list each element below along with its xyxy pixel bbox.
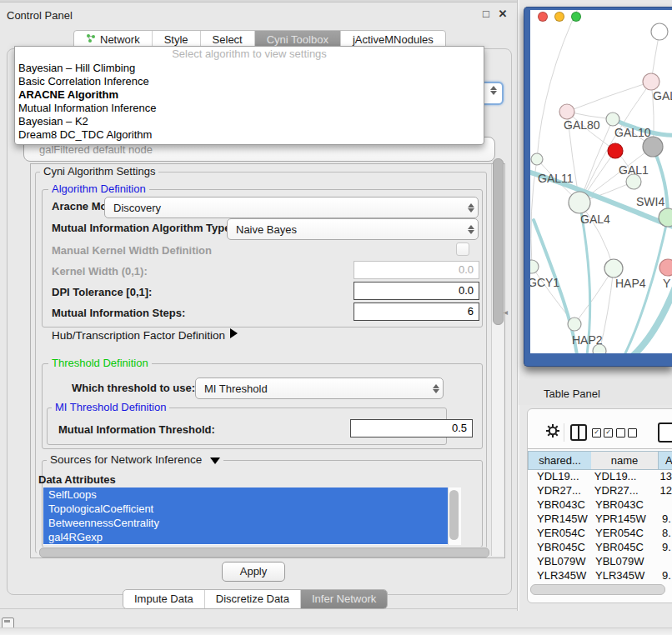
table-row[interactable]: YLR345WYLR345W9. [528,568,672,582]
network-node[interactable] [659,208,672,227]
algorithm-definition-title: Algorithm Definition [48,183,149,195]
table-cell: YDL19... [589,469,656,483]
algorithm-option-4[interactable]: Bayesian – K2 [15,115,484,128]
network-node[interactable] [643,137,663,157]
algorithm-option-5[interactable]: Dream8 DC_TDC Algorithm [15,128,484,142]
tab-impute-data[interactable]: Impute Data [123,590,204,608]
attribute-item-0[interactable]: SelfLoops [43,488,461,502]
settings-scrollbar-thumb[interactable] [493,158,504,325]
cyni-algorithm-settings-title: Cyni Algorithm Settings [40,166,158,178]
hub-definition-expand-icon[interactable] [230,328,238,338]
network-node-hap2[interactable] [568,318,581,331]
table-row[interactable]: YBR043CYBR043C [528,498,672,512]
table-row[interactable]: YER054CYER054C8. [528,526,672,540]
kernel-width-field[interactable]: 0.0 [354,261,479,279]
tab-discretize-data[interactable]: Discretize Data [204,590,300,608]
select-all-icon[interactable]: ✓✓ [592,428,613,438]
algorithm-option-2[interactable]: ARACNE Algorithm [15,88,484,102]
panel-divider-highlight [518,0,519,611]
table-row[interactable]: YDR27...YDR27...12 [528,483,672,498]
table-row[interactable]: YBR045CYBR045C9. [528,540,672,554]
float-panel-icon[interactable]: □ [479,8,493,21]
aracne-mode-combobox[interactable]: Discovery [104,197,479,218]
mi-type-combobox[interactable]: Naive Bayes [227,218,479,240]
splitter-collapse-icon[interactable]: ◂ [504,308,508,317]
network-node[interactable] [651,23,668,40]
network-edge[interactable] [567,82,651,112]
network-node[interactable] [608,143,623,158]
table-cell: YDR27... [528,483,589,498]
minimize-window-icon[interactable] [554,12,564,22]
mi-type-value: Naive Bayes [228,223,464,236]
node-table[interactable]: YDL19...YDL19...13YDR27...YDR27...12YBR0… [528,469,672,583]
column-header-clipped[interactable]: A [659,451,672,470]
table-row[interactable]: YBL079WYBL079W [528,554,672,568]
node-label-gal80: GAL80 [564,118,600,132]
table-row[interactable]: YPR145WYPR145W9. [528,512,672,526]
table-cell: YDR27... [589,483,656,498]
table-hscrollbar-thumb[interactable] [530,584,665,595]
apply-button[interactable]: Apply [222,562,285,582]
network-node-gal80[interactable] [559,104,574,119]
network-node-hap4[interactable] [604,259,623,278]
network-node-gal11[interactable] [531,153,543,165]
node-label-gal10: GAL10 [614,126,651,139]
mi-threshold-label: Mutual Information Threshold: [58,423,215,436]
kernel-width-label: Kernel Width (0,1): [52,265,148,278]
close-panel-icon[interactable]: ✕ [496,8,509,21]
tab-infer-network[interactable]: Infer Network [300,590,387,608]
column-header-name[interactable]: name [591,451,659,470]
attributes-scrollbar-thumb[interactable] [449,490,459,540]
table-row[interactable]: YDL19...YDL19...13 [528,469,672,483]
table-row[interactable]: YIL052CYIL052C0. [528,582,672,583]
close-window-icon[interactable] [538,12,548,22]
table-cell: YER054C [590,526,658,540]
dpi-tolerance-field[interactable]: 0.0 [354,282,479,300]
table-cell: YBR045C [590,540,658,554]
split-columns-icon[interactable] [570,424,587,441]
table-header-topline [528,448,672,449]
node-label-swi4: SWI4 [636,195,664,208]
stepper-down-icon [490,91,497,95]
data-attributes-list[interactable]: SelfLoopsTopologicalCoefficientBetweenne… [43,488,461,545]
attribute-item-3[interactable]: gal4RGexp [43,530,461,544]
column-header-shared-name[interactable]: shared... [528,451,592,470]
algorithm-option-1[interactable]: Basic Correlation Inference [15,75,484,88]
table-cell: YBR043C [590,498,658,512]
network-edge[interactable] [537,10,580,159]
attribute-item-2[interactable]: BetweennessCentrality [43,516,461,530]
network-canvas[interactable]: GALGAL80GAL10GAL11GAL1SWI4GAL4GCY1HAP4YH… [530,10,672,353]
node-label-gal11: GAL11 [538,172,574,185]
settings-hscrollbar-thumb[interactable] [39,548,489,558]
algorithm-option-0[interactable]: Bayesian – Hill Climbing [15,62,484,75]
aracne-mode-value: Discovery [105,202,464,214]
algorithm-option-3[interactable]: Mutual Information Inference [15,102,484,115]
zoom-window-icon[interactable] [571,12,581,22]
network-edge[interactable] [574,268,614,324]
hub-definition-label: Hub/Transcription Factor Definition [52,329,225,342]
attribute-item-1[interactable]: TopologicalCoefficient [43,502,461,516]
stepper-up-icon [490,86,497,90]
new-table-icon[interactable] [658,422,672,442]
mi-steps-label: Mutual Information Steps: [52,307,185,319]
node-label-gal1: GAL1 [619,163,649,177]
network-node-gal10[interactable] [606,112,619,126]
gear-icon[interactable] [545,423,560,441]
sources-title: Sources for Network Inference [47,454,223,466]
manual-kernel-label: Manual Kernel Width Definition [52,244,212,257]
table-cell: YER054C [528,526,590,540]
network-node[interactable] [593,344,606,353]
deselect-all-icon[interactable] [616,428,637,438]
mi-threshold-field[interactable]: 0.5 [350,419,473,438]
mi-steps-field[interactable]: 6 [354,302,479,321]
which-threshold-combobox[interactable]: MI Threshold [195,378,444,399]
sources-collapse-icon[interactable] [210,458,220,464]
manual-kernel-checkbox[interactable] [456,242,469,256]
cyni-bottom-tabbar: Impute Data Discretize Data Infer Networ… [123,589,388,609]
network-node-y[interactable] [659,259,672,276]
table-cell: 13 [656,469,672,483]
network-node-gal[interactable] [643,73,659,90]
network-node-gal4[interactable] [569,192,590,213]
node-label-y: Y [663,277,671,290]
network-node-gcy1[interactable] [530,260,539,273]
